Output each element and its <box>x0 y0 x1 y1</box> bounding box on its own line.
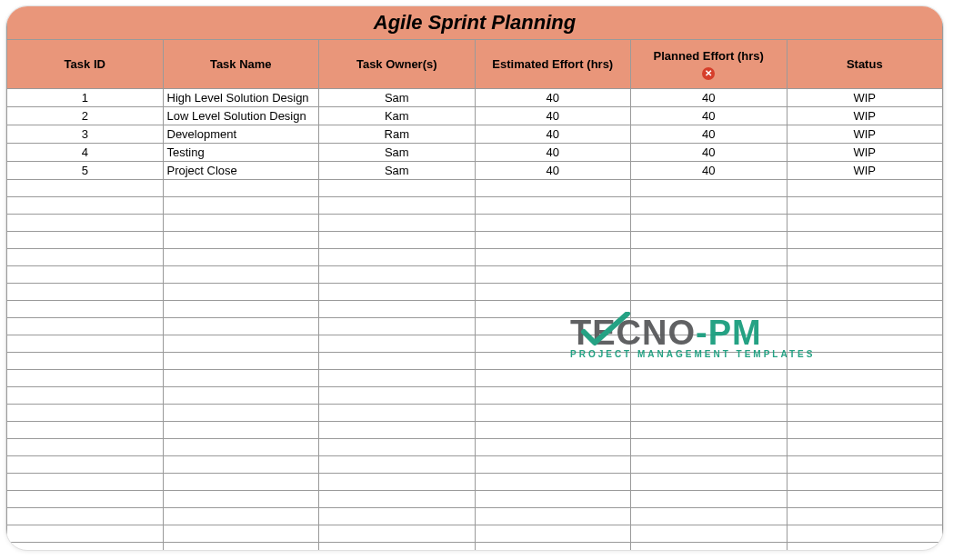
cell-empty[interactable] <box>163 439 319 456</box>
cell-empty[interactable] <box>631 232 787 249</box>
cell-empty[interactable] <box>631 439 787 456</box>
cell-task-owner[interactable]: Kam <box>319 107 476 125</box>
cell-status[interactable]: WIP <box>787 107 943 125</box>
cell-empty[interactable] <box>163 180 319 197</box>
cell-empty[interactable] <box>7 266 164 284</box>
cell-empty[interactable] <box>631 422 787 439</box>
cell-empty[interactable] <box>475 439 631 456</box>
cell-task-name[interactable]: Testing <box>163 144 319 162</box>
cell-empty[interactable] <box>163 543 319 552</box>
cell-empty[interactable] <box>631 353 787 370</box>
cell-task-owner[interactable]: Sam <box>319 162 476 180</box>
cell-empty[interactable] <box>163 215 319 232</box>
cell-empty[interactable] <box>475 335 631 353</box>
cell-empty[interactable] <box>631 301 787 318</box>
cell-empty[interactable] <box>7 422 164 439</box>
cell-empty[interactable] <box>7 491 164 508</box>
cell-task-id[interactable]: 4 <box>7 144 164 162</box>
cell-empty[interactable] <box>475 301 631 318</box>
cell-empty[interactable] <box>7 474 164 491</box>
cell-empty[interactable] <box>163 387 319 405</box>
cell-empty[interactable] <box>787 301 943 318</box>
cell-empty[interactable] <box>787 249 943 266</box>
cell-empty[interactable] <box>475 370 631 387</box>
cell-empty[interactable] <box>319 439 476 456</box>
cell-empty[interactable] <box>319 353 476 370</box>
cell-empty[interactable] <box>319 370 476 387</box>
cell-empty[interactable] <box>319 543 476 552</box>
cell-empty[interactable] <box>7 249 164 266</box>
cell-empty[interactable] <box>319 266 476 284</box>
cell-empty[interactable] <box>163 508 319 525</box>
cell-empty[interactable] <box>787 197 943 215</box>
cell-empty[interactable] <box>631 370 787 387</box>
cell-empty[interactable] <box>475 353 631 370</box>
cell-empty[interactable] <box>787 491 943 508</box>
cell-empty[interactable] <box>787 318 943 335</box>
cell-empty[interactable] <box>631 180 787 197</box>
cell-empty[interactable] <box>787 525 943 543</box>
cell-empty[interactable] <box>319 387 476 405</box>
cell-planned[interactable]: 40 <box>631 125 787 144</box>
cell-empty[interactable] <box>475 249 631 266</box>
cell-empty[interactable] <box>319 335 476 353</box>
cell-empty[interactable] <box>319 284 476 301</box>
cell-empty[interactable] <box>787 353 943 370</box>
cell-task-id[interactable]: 3 <box>7 125 164 144</box>
cell-empty[interactable] <box>7 180 164 197</box>
cell-empty[interactable] <box>787 405 943 422</box>
cell-empty[interactable] <box>475 284 631 301</box>
cell-empty[interactable] <box>787 180 943 197</box>
cell-empty[interactable] <box>7 508 164 525</box>
cell-empty[interactable] <box>787 543 943 552</box>
cell-empty[interactable] <box>787 266 943 284</box>
cell-empty[interactable] <box>163 197 319 215</box>
cell-empty[interactable] <box>163 318 319 335</box>
cell-empty[interactable] <box>631 284 787 301</box>
cell-empty[interactable] <box>7 284 164 301</box>
cell-empty[interactable] <box>475 508 631 525</box>
cell-empty[interactable] <box>631 197 787 215</box>
cell-estimated[interactable]: 40 <box>475 89 631 107</box>
cell-empty[interactable] <box>163 266 319 284</box>
cell-empty[interactable] <box>475 180 631 197</box>
cell-status[interactable]: WIP <box>787 144 943 162</box>
cell-empty[interactable] <box>319 318 476 335</box>
cell-empty[interactable] <box>319 525 476 543</box>
cell-task-name[interactable]: Development <box>163 125 319 144</box>
cell-empty[interactable] <box>631 318 787 335</box>
cell-empty[interactable] <box>631 508 787 525</box>
cell-empty[interactable] <box>319 474 476 491</box>
cell-estimated[interactable]: 40 <box>475 125 631 144</box>
cell-empty[interactable] <box>7 318 164 335</box>
cell-empty[interactable] <box>319 180 476 197</box>
cell-empty[interactable] <box>163 284 319 301</box>
cell-empty[interactable] <box>631 266 787 284</box>
cell-empty[interactable] <box>319 422 476 439</box>
cell-empty[interactable] <box>475 543 631 552</box>
cell-empty[interactable] <box>631 456 787 474</box>
cell-estimated[interactable]: 40 <box>475 162 631 180</box>
cell-empty[interactable] <box>787 387 943 405</box>
cell-status[interactable]: WIP <box>787 125 943 144</box>
cell-task-name[interactable]: Low Level Solution Design <box>163 107 319 125</box>
cell-empty[interactable] <box>163 491 319 508</box>
cell-planned[interactable]: 40 <box>631 144 787 162</box>
cell-empty[interactable] <box>7 197 164 215</box>
cell-empty[interactable] <box>319 456 476 474</box>
cell-empty[interactable] <box>475 491 631 508</box>
cell-empty[interactable] <box>787 232 943 249</box>
cell-empty[interactable] <box>7 439 164 456</box>
cell-empty[interactable] <box>787 215 943 232</box>
cell-task-name[interactable]: Project Close <box>163 162 319 180</box>
cell-task-owner[interactable]: Sam <box>319 89 476 107</box>
cell-empty[interactable] <box>475 525 631 543</box>
cell-empty[interactable] <box>787 335 943 353</box>
cell-empty[interactable] <box>163 525 319 543</box>
cell-status[interactable]: WIP <box>787 89 943 107</box>
cell-task-name[interactable]: High Level Solution Design <box>163 89 319 107</box>
cell-task-owner[interactable]: Sam <box>319 144 476 162</box>
cell-planned[interactable]: 40 <box>631 107 787 125</box>
cell-empty[interactable] <box>163 474 319 491</box>
cell-empty[interactable] <box>631 491 787 508</box>
